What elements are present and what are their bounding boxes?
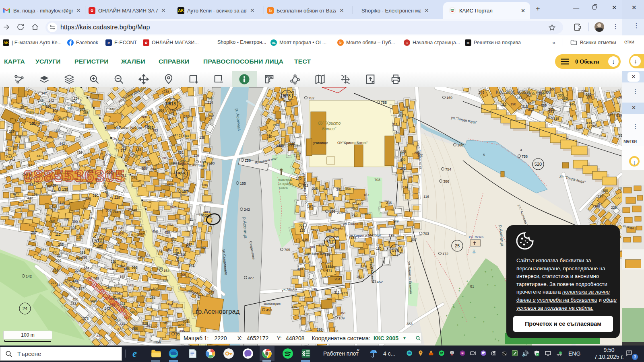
- svg-text:351: 351: [340, 311, 346, 315]
- svg-text:197: 197: [78, 286, 84, 290]
- svg-text:373: 373: [149, 288, 154, 292]
- svg-text:423: 423: [13, 192, 19, 196]
- svg-text:386: 386: [141, 115, 147, 119]
- svg-text:437: 437: [357, 202, 363, 206]
- svg-text:237: 237: [101, 227, 107, 231]
- svg-text:703: 703: [374, 178, 380, 182]
- svg-text:409: 409: [400, 158, 405, 162]
- svg-text:297: 297: [20, 105, 26, 109]
- svg-text:♠: ♠: [485, 270, 486, 273]
- svg-text:254: 254: [619, 134, 622, 138]
- svg-text:154: 154: [163, 269, 169, 273]
- svg-text:172: 172: [442, 252, 448, 256]
- svg-text:319: 319: [163, 321, 168, 325]
- svg-text:325: 325: [163, 279, 168, 283]
- svg-text:213: 213: [337, 211, 343, 215]
- svg-text:24: 24: [23, 306, 27, 311]
- svg-text:456: 456: [76, 150, 82, 154]
- svg-text:219: 219: [57, 283, 62, 287]
- svg-text:202: 202: [400, 167, 406, 171]
- svg-text:104: 104: [618, 95, 622, 99]
- svg-text:382: 382: [351, 206, 357, 210]
- svg-text:256: 256: [45, 105, 51, 109]
- svg-text:Ботев: Ботев: [279, 186, 288, 190]
- svg-text:♠: ♠: [446, 314, 448, 317]
- svg-text:⛲: ⛲: [472, 249, 477, 254]
- svg-text:гр.Асеновград: гр.Асеновград: [196, 308, 240, 315]
- svg-text:520: 520: [535, 162, 542, 167]
- svg-text:171: 171: [541, 102, 547, 106]
- svg-text:116: 116: [423, 195, 429, 199]
- svg-text:194: 194: [74, 97, 79, 101]
- svg-text:♠: ♠: [487, 283, 489, 286]
- svg-text:282: 282: [586, 93, 591, 97]
- svg-text:✝: ✝: [473, 241, 477, 246]
- svg-text:197: 197: [53, 269, 58, 273]
- svg-text:302: 302: [167, 182, 173, 186]
- svg-text:362: 362: [170, 205, 176, 209]
- svg-text:292: 292: [341, 257, 346, 261]
- svg-text:113: 113: [501, 103, 507, 107]
- svg-text:178: 178: [325, 229, 331, 233]
- svg-text:S: S: [451, 351, 453, 354]
- svg-text:♠: ♠: [491, 268, 493, 271]
- svg-text:221: 221: [120, 302, 125, 306]
- svg-text:346: 346: [514, 87, 519, 88]
- svg-text:386: 386: [165, 248, 171, 252]
- svg-text:♠: ♠: [457, 323, 458, 326]
- svg-text:235: 235: [167, 326, 173, 330]
- svg-text:на Христо: на Христо: [278, 182, 293, 186]
- svg-text:262: 262: [167, 223, 173, 227]
- svg-text:154: 154: [167, 302, 173, 306]
- svg-text:383: 383: [407, 322, 413, 326]
- svg-text:226: 226: [611, 206, 617, 210]
- svg-text:165: 165: [120, 275, 125, 279]
- svg-text:386: 386: [67, 106, 72, 110]
- svg-text:149: 149: [302, 238, 308, 242]
- svg-text:752: 752: [308, 96, 314, 100]
- svg-text:351: 351: [517, 96, 522, 100]
- svg-text:♠: ♠: [467, 282, 469, 285]
- svg-text:210: 210: [352, 213, 357, 217]
- svg-text:304: 304: [52, 109, 58, 113]
- svg-text:253: 253: [299, 316, 305, 320]
- svg-text:156: 156: [136, 148, 141, 152]
- svg-text:233: 233: [70, 302, 76, 306]
- svg-text:ОУ "Христо: ОУ "Христо: [318, 121, 341, 125]
- svg-text:419: 419: [89, 216, 94, 220]
- svg-text:129: 129: [299, 228, 305, 232]
- svg-text:225: 225: [312, 187, 318, 191]
- svg-text:190: 190: [510, 102, 516, 106]
- svg-text:364: 364: [155, 340, 161, 344]
- svg-text:327: 327: [248, 276, 254, 280]
- svg-text:361: 361: [336, 187, 342, 191]
- svg-text:189: 189: [46, 135, 52, 139]
- svg-text:302: 302: [138, 232, 144, 236]
- svg-text:444: 444: [76, 256, 82, 260]
- svg-text:220: 220: [576, 127, 581, 131]
- svg-text:276: 276: [15, 135, 21, 139]
- svg-text:158: 158: [332, 235, 339, 239]
- svg-text:282: 282: [80, 107, 85, 111]
- svg-text:197: 197: [598, 194, 603, 198]
- svg-text:ул.Павел Костов: ул.Павел Костов: [114, 125, 142, 130]
- svg-text:309: 309: [309, 245, 315, 249]
- svg-text:351: 351: [178, 150, 184, 154]
- svg-text:418: 418: [528, 101, 533, 105]
- svg-text:112: 112: [290, 142, 295, 146]
- svg-text:453: 453: [266, 308, 272, 312]
- svg-text:320: 320: [13, 145, 19, 149]
- svg-text:177: 177: [153, 324, 159, 328]
- svg-text:451: 451: [398, 114, 403, 118]
- svg-text:236: 236: [386, 201, 392, 205]
- svg-text:120: 120: [144, 160, 150, 164]
- svg-text:204: 204: [334, 277, 340, 281]
- svg-text:441: 441: [51, 189, 57, 193]
- svg-text:231: 231: [581, 89, 587, 93]
- svg-text:304: 304: [322, 187, 327, 191]
- svg-text:386: 386: [443, 179, 449, 183]
- svg-text:153: 153: [119, 264, 125, 268]
- svg-text:114: 114: [10, 158, 15, 162]
- svg-text:295: 295: [180, 273, 186, 277]
- svg-text:242: 242: [244, 208, 250, 212]
